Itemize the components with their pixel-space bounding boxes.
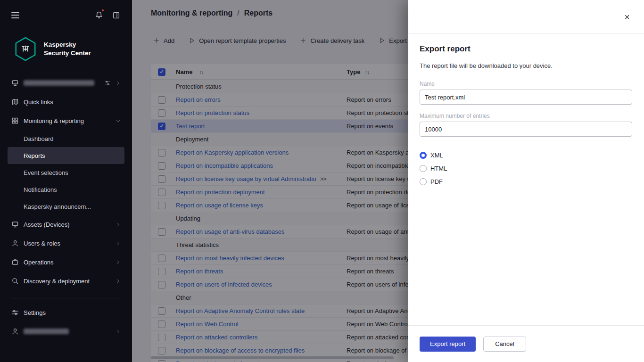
panel-description: The report file will be downloaded to yo…	[420, 62, 632, 69]
sidebar-item-label: Monitoring & reporting	[24, 117, 84, 124]
name-input[interactable]	[420, 90, 632, 105]
sidebar-item-label: Event selections	[24, 169, 68, 176]
notifications-bell-icon[interactable]	[94, 10, 104, 20]
chevron-down-icon[interactable]	[116, 118, 121, 123]
sidebar-item-label: Kaspersky announcem...	[24, 203, 91, 210]
export-report-panel: × Export report The report file will be …	[408, 0, 644, 362]
kaspersky-logo-icon	[14, 37, 37, 61]
sidebar: Kaspersky Security Center Quick linksMon…	[0, 0, 132, 362]
max-entries-input[interactable]	[420, 122, 632, 137]
sidebar-item-server[interactable]	[8, 74, 124, 92]
server-icon	[11, 79, 19, 87]
format-options: XMLHTMLPDF	[420, 148, 632, 188]
chevron-right-icon	[116, 260, 121, 265]
sidebar-item-settings[interactable]: Settings	[8, 303, 124, 322]
sidebar-item-label: Assets (Devices)	[24, 221, 70, 228]
sidebar-item-quick-links[interactable]: Quick links	[8, 92, 124, 111]
sidebar-item-label: Settings	[24, 309, 46, 316]
radio-icon[interactable]	[420, 165, 427, 172]
sliders-icon[interactable]	[104, 80, 111, 86]
radio-icon[interactable]	[420, 178, 427, 185]
sidebar-item-label: Discovery & deployment	[24, 278, 90, 285]
notification-dot	[101, 8, 105, 12]
format-radio-pdf[interactable]: PDF	[420, 175, 632, 188]
sidebar-item-notifications[interactable]: Notifications	[8, 181, 124, 198]
panel-title: Export report	[420, 44, 632, 54]
discovery-icon	[11, 277, 19, 285]
sidebar-nav: Quick linksMonitoring & reportingDashboa…	[0, 74, 132, 290]
docs-panel-icon[interactable]	[111, 10, 121, 20]
settings-icon	[11, 309, 19, 316]
redacted-text	[24, 329, 69, 334]
radio-icon[interactable]	[420, 152, 427, 159]
format-radio-html[interactable]: HTML	[420, 162, 632, 175]
user-icon	[11, 328, 19, 335]
brand-title: Kaspersky Security Center	[44, 41, 91, 58]
links-icon	[11, 98, 19, 106]
sidebar-item-assets-devices[interactable]: Assets (Devices)	[8, 215, 124, 234]
menu-icon[interactable]	[11, 12, 19, 18]
cancel-button[interactable]: Cancel	[483, 337, 526, 352]
name-field-label: Name	[420, 81, 632, 87]
format-label: HTML	[430, 165, 447, 172]
sidebar-item-label: Operations	[24, 259, 54, 266]
docs-icon	[112, 11, 120, 19]
redacted-text	[24, 80, 94, 86]
format-radio-xml[interactable]: XML	[420, 148, 632, 162]
operations-icon	[11, 258, 19, 266]
close-icon[interactable]: ×	[620, 10, 634, 24]
sidebar-item-label: Dashboard	[24, 135, 54, 142]
chevron-right-icon	[116, 241, 121, 246]
chevron-right-icon	[116, 81, 121, 86]
monitoring-icon	[11, 117, 19, 124]
devices-icon	[11, 221, 19, 228]
chevron-right-icon	[116, 279, 121, 284]
sidebar-item-label: Reports	[24, 152, 45, 159]
chevron-right-icon	[116, 329, 121, 334]
format-label: XML	[430, 152, 443, 159]
sidebar-item-reports[interactable]: Reports	[8, 147, 124, 164]
sidebar-footer-nav: Settings	[0, 303, 132, 341]
sidebar-divider	[11, 298, 121, 298]
users-icon	[11, 239, 19, 247]
sidebar-item-label: Users & roles	[24, 240, 60, 247]
sidebar-item-dashboard[interactable]: Dashboard	[8, 130, 124, 147]
export-report-button[interactable]: Export report	[420, 337, 476, 352]
sidebar-top-bar	[0, 0, 132, 30]
panel-body: Export report The report file will be do…	[408, 34, 644, 325]
sidebar-item-event-selections[interactable]: Event selections	[8, 164, 124, 181]
sidebar-item-label: Notifications	[24, 186, 57, 193]
sidebar-item-users-roles[interactable]: Users & roles	[8, 234, 124, 253]
sidebar-item-operations[interactable]: Operations	[8, 253, 124, 272]
max-entries-field-label: Maximum number of entries	[420, 113, 632, 119]
panel-header: ×	[408, 0, 644, 34]
chevron-right-icon	[116, 222, 121, 227]
format-label: PDF	[430, 178, 443, 185]
sidebar-item-label: Quick links	[24, 99, 53, 106]
panel-footer: Export report Cancel	[408, 325, 644, 362]
brand: Kaspersky Security Center	[0, 30, 132, 74]
sidebar-item-account[interactable]	[8, 322, 124, 341]
sidebar-item-monitoring-reporting[interactable]: Monitoring & reporting	[8, 111, 124, 130]
sidebar-item-discovery-deployment[interactable]: Discovery & deployment	[8, 272, 124, 290]
sidebar-item-kaspersky-announcements[interactable]: Kaspersky announcem...	[8, 198, 124, 215]
